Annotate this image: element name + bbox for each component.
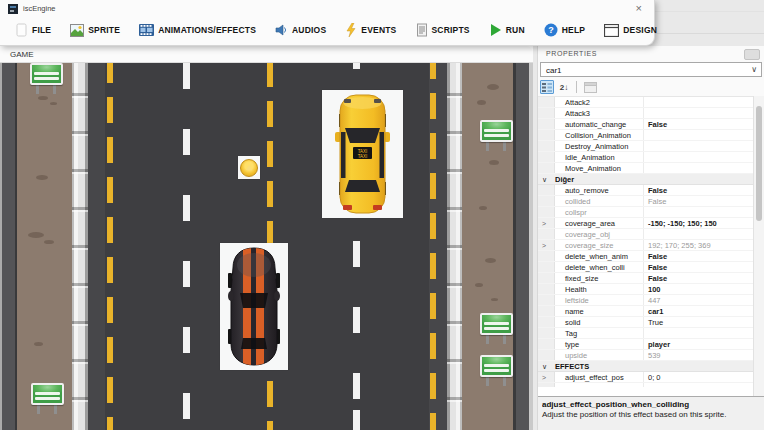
road-sign <box>480 313 513 344</box>
row-gutter <box>538 339 555 349</box>
property-value[interactable] <box>644 152 764 162</box>
property-category-row[interactable]: ∨EFFECTS <box>538 361 764 372</box>
object-selector-dropdown[interactable]: car1 ∨ <box>540 62 762 77</box>
property-value[interactable]: 0; 0 <box>644 372 764 382</box>
road-outer-left <box>2 63 17 430</box>
property-value[interactable]: False <box>644 262 764 272</box>
property-value[interactable]: -150; -150; 150; 150 <box>644 218 764 228</box>
property-row[interactable]: automatic_changeFalse <box>538 119 764 130</box>
property-row[interactable]: coverage_obj <box>538 229 764 240</box>
property-category-row[interactable]: ∨Diğer <box>538 174 764 185</box>
road-sign-legs <box>480 335 513 344</box>
game-viewport[interactable]: TAXI TAXI <box>0 63 533 430</box>
category-label: Diğer <box>555 174 574 184</box>
property-row[interactable]: >coverage_area-150; -150; 150; 150 <box>538 218 764 229</box>
toolbar-button-label: SCRIPTS <box>432 25 470 35</box>
property-row[interactable]: Destroy_Animation <box>538 141 764 152</box>
property-row[interactable]: leftside447 <box>538 295 764 306</box>
black-muscle-car-sprite[interactable] <box>220 243 288 370</box>
main-toolbar: FILESPRITEANIMATIONS/EFFECTSAUDIOSEVENTS… <box>13 17 659 43</box>
toolbar-window: iscEngine × FILESPRITEANIMATIONS/EFFECTS… <box>0 0 655 46</box>
property-row[interactable]: >coverage_size192; 170; 255; 369 <box>538 240 764 251</box>
property-row[interactable]: Tag <box>538 328 764 339</box>
property-value[interactable]: False <box>644 185 764 195</box>
property-value[interactable]: player <box>644 339 764 349</box>
category-label: EFFECTS <box>555 361 589 371</box>
toolbar-separator <box>576 81 577 93</box>
property-value[interactable]: 100 <box>644 284 764 294</box>
property-value[interactable] <box>644 328 764 338</box>
property-row[interactable]: collidedFalse <box>538 196 764 207</box>
property-value[interactable] <box>644 383 764 387</box>
titlebar: iscEngine × <box>0 3 654 17</box>
toolbar-button-design[interactable]: DESIGN <box>602 19 659 41</box>
property-name: fixed_size <box>555 273 644 283</box>
property-value[interactable]: 539 <box>644 350 764 360</box>
road-sign <box>480 355 513 386</box>
scripts-icon <box>416 23 428 37</box>
close-icon[interactable]: × <box>636 3 642 14</box>
property-row[interactable]: Attack2 <box>538 97 764 108</box>
property-name: name <box>555 306 644 316</box>
toolbar-button-sprite[interactable]: SPRITE <box>68 19 122 41</box>
property-row[interactable]: Collision_Animation <box>538 130 764 141</box>
property-name: collspr <box>555 207 644 217</box>
toolbar-button-scripts[interactable]: SCRIPTS <box>414 19 472 41</box>
property-row[interactable]: >adjust_effect_pos0; 0 <box>538 372 764 383</box>
property-row[interactable]: Health100 <box>538 284 764 295</box>
expand-icon[interactable]: > <box>538 372 555 382</box>
property-row[interactable]: fixed_sizeFalse <box>538 273 764 284</box>
property-value[interactable]: 447 <box>644 295 764 305</box>
dirt-spot <box>487 84 499 90</box>
property-row[interactable]: delete_when_animFalse <box>538 251 764 262</box>
property-row[interactable]: typeplayer <box>538 339 764 350</box>
coin-sprite[interactable] <box>238 156 260 179</box>
property-value[interactable]: False <box>644 196 764 206</box>
property-pages-button[interactable] <box>582 80 598 94</box>
property-row[interactable]: Idle_Animation <box>538 152 764 163</box>
expand-icon[interactable]: > <box>538 240 555 250</box>
property-row[interactable]: Move_Animation <box>538 163 764 174</box>
property-value[interactable] <box>644 207 764 217</box>
property-value[interactable]: False <box>644 251 764 261</box>
property-row[interactable]: Attack3 <box>538 108 764 119</box>
property-value[interactable] <box>644 130 764 140</box>
property-value[interactable]: False <box>644 119 764 129</box>
property-value[interactable] <box>644 108 764 118</box>
toolbar-button-file[interactable]: FILE <box>13 19 53 41</box>
row-gutter <box>538 229 555 239</box>
yellow-taxi-sprite[interactable]: TAXI TAXI <box>322 90 403 218</box>
property-value[interactable] <box>644 97 764 107</box>
property-value[interactable]: True <box>644 317 764 327</box>
toolbar-button-audios[interactable]: AUDIOS <box>273 19 328 41</box>
chevron-down-icon[interactable]: ∨ <box>538 174 555 184</box>
property-row[interactable]: upside539 <box>538 350 764 361</box>
properties-hide-button[interactable] <box>744 49 760 60</box>
expand-icon[interactable]: > <box>538 218 555 228</box>
property-value[interactable] <box>644 229 764 239</box>
toolbar-button-events[interactable]: EVENTS <box>343 19 398 41</box>
property-row[interactable]: delete_when_colliFalse <box>538 262 764 273</box>
property-name: Attack2 <box>555 97 644 107</box>
property-row[interactable]: namecar1 <box>538 306 764 317</box>
property-grid[interactable]: Attack2Attack3automatic_changeFalseColli… <box>538 96 764 396</box>
toolbar-button-animations-effects[interactable]: ANIMATIONS/EFFECTS <box>137 19 258 41</box>
property-value[interactable] <box>644 141 764 151</box>
property-value[interactable] <box>644 163 764 173</box>
toolbar-button-run[interactable]: RUN <box>487 19 527 41</box>
property-row[interactable] <box>538 383 764 387</box>
property-row[interactable]: auto_removeFalse <box>538 185 764 196</box>
property-value[interactable]: 192; 170; 255; 369 <box>644 240 764 250</box>
property-row[interactable]: collspr <box>538 207 764 218</box>
property-name <box>555 383 644 387</box>
road-sign <box>31 383 64 414</box>
categorized-view-button[interactable] <box>540 80 554 94</box>
property-row[interactable]: solidTrue <box>538 317 764 328</box>
property-value[interactable]: car1 <box>644 306 764 316</box>
chevron-down-icon[interactable]: ∨ <box>538 361 555 371</box>
toolbar-button-help[interactable]: ?HELP <box>542 19 587 41</box>
properties-scrollbar[interactable] <box>753 96 764 396</box>
alphabetical-sort-button[interactable]: 2↓ <box>557 80 571 94</box>
property-value[interactable]: False <box>644 273 764 283</box>
scrollbar-thumb[interactable] <box>756 106 762 221</box>
